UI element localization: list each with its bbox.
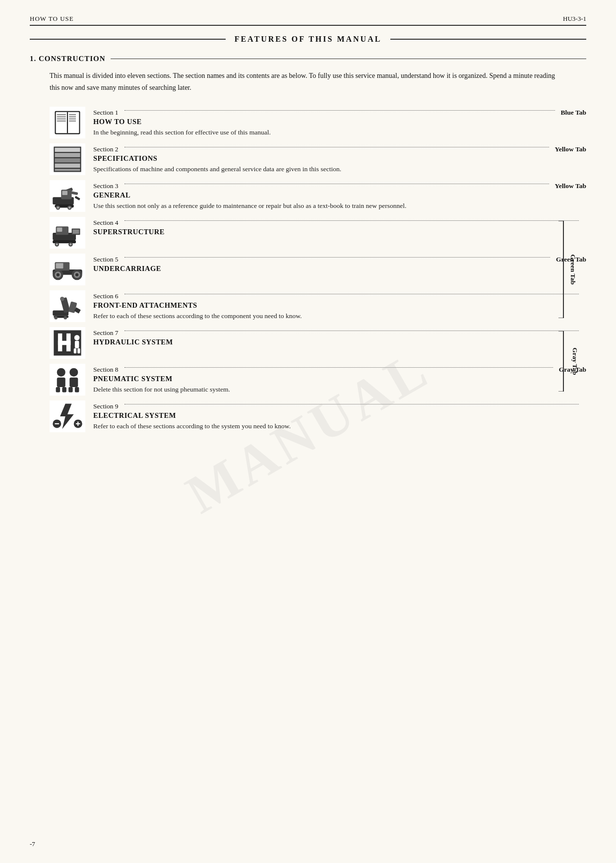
section-2-dots [124,147,549,147]
section-6-desc: Refer to each of these sections accordin… [93,311,586,322]
section-7-name: HYDRAULIC SYSTEM [93,338,586,346]
section-row-9: Section 9 ELECTRICAL SYSTEM Refer to eac… [50,400,586,432]
section-6-number: Section 6 [93,292,119,300]
section-3-dots [124,184,549,184]
svg-rect-5 [57,118,66,119]
section-4-content: Section 4 SUPERSTRUCTURE [93,217,586,238]
section-9-desc: Refer to each of these sections accordin… [93,421,586,432]
section-6-content: Section 6 FRONT-END ATTACHMENTS Refer to… [93,290,586,322]
svg-rect-37 [73,229,79,234]
section-1-number: Section 1 [93,109,119,117]
section-4-dots [124,220,579,221]
svg-point-21 [57,206,59,208]
svg-point-50 [64,316,67,319]
section-5-icon [50,254,85,285]
section-1-name: HOW TO USE [93,118,586,126]
svg-rect-63 [75,340,79,348]
gray-group: Section 7 HYDRAULIC SYSTEM [30,327,586,396]
section-3-number: Section 3 [93,182,119,190]
section-3-tab: Yellow Tab [552,182,586,190]
title-line-left [30,39,226,40]
section-row-2: Section 2 Yellow Tab SPECIFICATIONS Spec… [50,143,586,175]
svg-rect-15 [55,163,80,168]
svg-rect-8 [69,116,76,117]
header-section-label: HOW TO USE [30,15,74,23]
svg-rect-27 [62,191,67,195]
title-line-right [390,39,586,40]
svg-rect-25 [75,196,80,200]
svg-rect-71 [69,377,78,387]
section-1-dots [124,110,555,111]
section-8-desc: Delete this section for not using pheuma… [93,385,586,395]
section-row-4: Section 4 SUPERSTRUCTURE [50,217,586,249]
section-6-name: FRONT-END ATTACHMENTS [93,301,586,310]
section-2-tab: Yellow Tab [552,145,586,153]
section-row-6: Section 6 FRONT-END ATTACHMENTS Refer to… [50,290,586,322]
section-1-desc: In the beginning, read this section for … [93,128,586,138]
section-2-name: SPECIFICATIONS [93,154,586,163]
construction-heading-text: 1. CONSTRUCTION [30,55,106,63]
svg-point-44 [75,273,78,276]
section-8-name: PNEUMATIC SYSTEM [93,375,586,383]
svg-point-41 [57,273,60,276]
svg-rect-61 [66,333,71,351]
svg-rect-30 [57,227,62,232]
gray-bracket: Gray Tab [544,331,583,392]
section-7-number: Section 7 [93,329,119,337]
section-2-content: Section 2 Yellow Tab SPECIFICATIONS Spec… [93,143,586,175]
section-1-content: Section 1 Blue Tab HOW TO USE In the beg… [93,107,586,138]
section-2-number: Section 2 [93,145,119,153]
section-8-content: Section 8 Gray Tab PNEUMATIC SYSTEM Dele… [93,364,586,395]
section-6-icon [50,290,85,322]
section-3-content: Section 3 Yellow Tab GENERAL Use this se… [93,180,586,211]
svg-rect-4 [57,116,66,117]
svg-rect-10 [69,120,76,121]
section-9-number: Section 9 [93,402,119,410]
svg-rect-68 [56,387,61,392]
section-5-dots [124,257,550,258]
section-6-dots [124,294,579,294]
section-5-content: Section 5 Green Tab UNDERCARRIAGE [93,254,586,274]
section-9-content: Section 9 ELECTRICAL SYSTEM Refer to eac… [93,400,586,432]
page: MANUAL HOW TO USE HU3-3-1 FEATURES OF TH… [0,0,616,863]
svg-rect-12 [55,147,80,152]
section-1-icon [50,107,85,138]
svg-point-34 [56,243,58,245]
svg-point-49 [54,316,57,319]
svg-rect-69 [62,387,66,392]
svg-point-35 [69,243,71,245]
section-7-dots [124,331,579,331]
construction-heading-line [111,59,586,60]
section-9-tab [582,402,586,410]
section-3-name: GENERAL [93,191,586,199]
section-7-content: Section 7 HYDRAULIC SYSTEM [93,327,586,348]
gray-tab-label: Gray Tab [570,347,578,375]
section-9-name: ELECTRICAL SYSTEM [93,411,586,420]
header-page-code: HU3-3-1 [563,15,586,23]
section-row-3: Section 3 Yellow Tab GENERAL Use this se… [50,180,586,212]
section-1-tab: Blue Tab [558,109,586,117]
section-4-number: Section 4 [93,219,119,227]
green-group: Section 4 SUPERSTRUCTURE [30,217,586,322]
svg-point-22 [68,206,70,208]
section-5-number: Section 5 [93,256,119,264]
section-5-name: UNDERCARRIAGE [93,265,586,273]
svg-point-54 [60,296,64,301]
section-8-number: Section 8 [93,366,119,374]
section-row-5: Section 5 Green Tab UNDERCARRIAGE [50,254,586,285]
section-row-8: Section 8 Gray Tab PNEUMATIC SYSTEM Dele… [50,364,586,396]
green-bracket: Green Tab [544,221,583,318]
svg-rect-16 [55,169,80,171]
section-8-dots [124,367,553,368]
svg-point-70 [69,368,78,376]
svg-rect-46 [56,263,63,268]
svg-rect-64 [74,348,76,353]
svg-rect-3 [57,114,66,115]
section-9-dots [124,404,579,404]
green-tab-label: Green Tab [569,254,577,284]
section-2-icon [50,143,85,175]
svg-rect-72 [68,387,73,392]
section-4-name: SUPERSTRUCTURE [93,228,586,236]
section-9-icon [50,400,85,432]
section-4-icon [50,217,85,249]
